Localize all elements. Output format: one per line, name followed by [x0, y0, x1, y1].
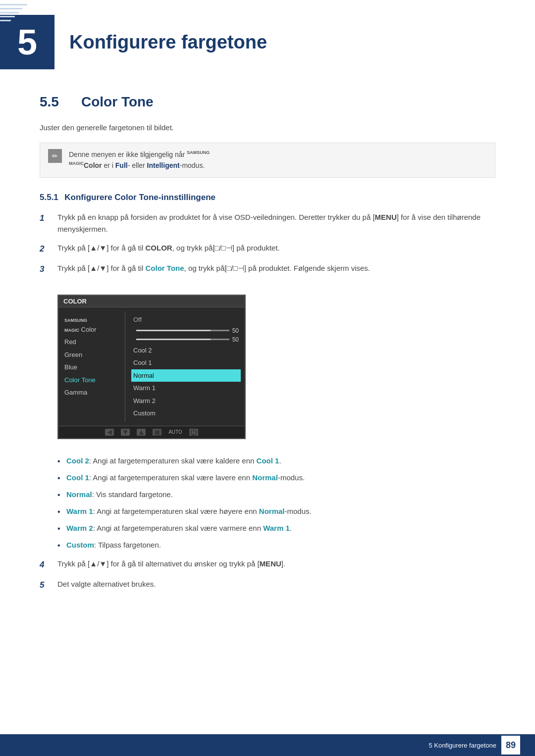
monitor-divider: [125, 311, 125, 422]
monitor-val-custom: Custom: [131, 407, 241, 420]
menu-item-gamma: Gamma: [64, 386, 123, 399]
monitor-bottom-bar: ◄ ▼ ▲ ▣ AUTO ⏻: [58, 426, 245, 438]
step-2-text: Trykk på [▲/▼] for å gå til COLOR, og tr…: [57, 242, 495, 254]
subsection-heading-row: 5.5.1 Konfigurere Color Tone-innstilling…: [40, 193, 495, 202]
note-icon: [48, 149, 62, 163]
section-number: 5.5: [40, 94, 69, 110]
section-title: Color Tone: [81, 94, 154, 110]
monitor-screenshot: COLOR SAMSUNGMAGIC Color Red Green Blue …: [57, 295, 246, 439]
red-value: 50: [232, 327, 239, 334]
monitor-title: COLOR: [58, 296, 245, 307]
bullet-cool2: Cool 2: Angi at fargetemperaturen skal v…: [57, 455, 495, 467]
note-box: Denne menyen er ikke tilgjengelig når SA…: [40, 143, 495, 178]
steps-list-cont: 4 Trykk på [▲/▼] for å gå til alternativ…: [40, 558, 495, 592]
monitor-btn-up: ▲: [137, 429, 146, 436]
subsection-title: Konfigurere Color Tone-innstillingene: [64, 193, 215, 202]
bullet-normal: Normal: Vis standard fargetone.: [57, 489, 495, 501]
section-heading: 5.5 Color Tone: [40, 94, 495, 110]
monitor-btn-left: ◄: [105, 429, 114, 436]
green-value: 50: [232, 336, 239, 343]
menu-item-green: Green: [64, 349, 123, 361]
monitor-body: SAMSUNGMAGIC Color Red Green Blue Color …: [58, 307, 245, 426]
monitor-val-warm1: Warm 1: [131, 382, 241, 395]
bullet-cool1: Cool 1: Angi at fargetemperaturen skal v…: [57, 472, 495, 484]
note-text: Denne menyen er ikke tilgjengelig når SA…: [69, 149, 210, 171]
subsection-number: 5.5.1: [40, 193, 58, 202]
step-4: 4 Trykk på [▲/▼] for å gå til alternativ…: [40, 558, 495, 571]
monitor-val-cool1: Cool 1: [131, 356, 241, 369]
bullet-custom: Custom: Tilpass fargetonen.: [57, 539, 495, 551]
step-4-number: 4: [40, 558, 54, 571]
monitor-val-red-slider: 50: [131, 326, 241, 335]
monitor-val-green-slider: 50: [131, 335, 241, 344]
step-5-number: 5: [40, 578, 54, 592]
main-content: 5.5 Color Tone Juster den generelle farg…: [0, 94, 535, 641]
monitor-val-normal: Normal: [131, 369, 241, 382]
bullet-warm1: Warm 1: Angi at fargetemperaturen skal v…: [57, 505, 495, 517]
page-number: 89: [501, 736, 520, 755]
menu-item-red: Red: [64, 336, 123, 349]
red-slider: [136, 330, 229, 331]
step-4-text: Trykk på [▲/▼] for å gå til alternativet…: [57, 558, 495, 570]
monitor-values: Off 50 50 Cool 2 Cool 1 Normal Warm 1 Wa…: [127, 311, 245, 422]
step-1: 1 Trykk på en knapp på forsiden av produ…: [40, 211, 495, 235]
monitor-menu: SAMSUNGMAGIC Color Red Green Blue Color …: [58, 311, 123, 422]
step-3: 3 Trykk på [▲/▼] for å gå til Color Tone…: [40, 262, 495, 276]
decorative-lines: [0, 0, 30, 69]
monitor-btn-down: ▼: [121, 429, 130, 436]
step-5: 5 Det valgte alternativet brukes.: [40, 578, 495, 592]
step-1-text: Trykk på en knapp på forsiden av produkt…: [57, 211, 495, 235]
monitor-btn-select: ▣: [153, 429, 161, 436]
menu-item-colortone: Color Tone: [64, 374, 123, 387]
menu-item-blue: Blue: [64, 361, 123, 374]
monitor-screen: COLOR SAMSUNGMAGIC Color Red Green Blue …: [57, 295, 246, 439]
steps-list: 1 Trykk på en knapp på forsiden av produ…: [40, 211, 495, 276]
step-1-number: 1: [40, 211, 54, 225]
options-list: Cool 2: Angi at fargetemperaturen skal v…: [57, 455, 495, 551]
monitor-auto-label: AUTO: [168, 429, 182, 435]
chapter-title: Konfigurere fargetone: [69, 32, 267, 53]
menu-item-magic: SAMSUNGMAGIC Color: [64, 313, 123, 336]
section-description: Juster den generelle fargetonen til bild…: [40, 122, 495, 134]
footer-chapter-ref: 5 Konfigurere fargetone: [428, 742, 496, 749]
page-header: 5 Konfigurere fargetone: [0, 0, 535, 79]
step-2: 2 Trykk på [▲/▼] for å gå til COLOR, og …: [40, 242, 495, 255]
monitor-val-cool2: Cool 2: [131, 344, 241, 357]
monitor-btn-power: ⏻: [189, 429, 198, 436]
step-3-text: Trykk på [▲/▼] for å gå til Color Tone, …: [57, 262, 495, 274]
step-5-text: Det valgte alternativet brukes.: [57, 578, 495, 590]
green-slider: [136, 339, 229, 340]
step-2-number: 2: [40, 242, 54, 255]
step-3-number: 3: [40, 262, 54, 276]
monitor-val-warm2: Warm 2: [131, 395, 241, 407]
page-footer: 5 Konfigurere fargetone 89: [0, 734, 535, 756]
bullet-warm2: Warm 2: Angi at fargetemperaturen skal v…: [57, 522, 495, 534]
monitor-val-off: Off: [131, 313, 241, 326]
